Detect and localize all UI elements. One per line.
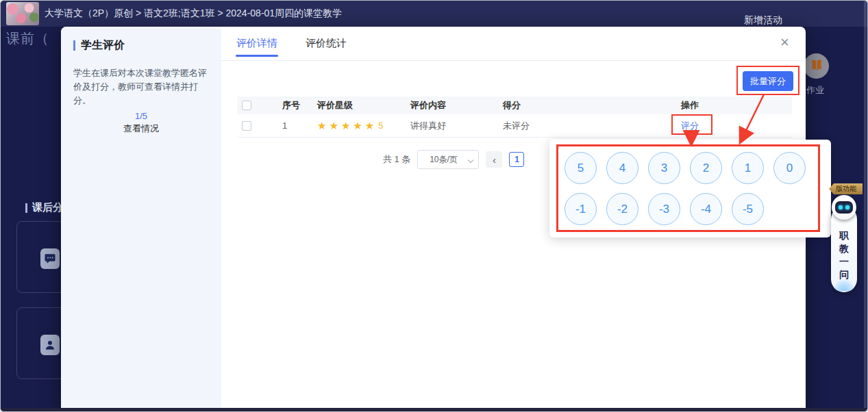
column-header-action: 操作: [658, 99, 792, 112]
tab-evaluation-statistics[interactable]: 评价统计: [306, 37, 347, 50]
table-row: 1 ★★★★★ 5 讲得真好 未评分 评分: [237, 114, 792, 138]
window-edge: [864, 1, 867, 411]
stage-label: 课前（: [6, 29, 49, 48]
assistant-label: 职教一问: [831, 229, 857, 281]
score-selection-popup: 543210 -1-2-3-4-5: [549, 140, 831, 237]
row-checkbox[interactable]: [242, 121, 251, 131]
score-option-button[interactable]: -4: [690, 193, 722, 225]
evaluation-table: 序号 评价星级 评价内容 得分 操作 1 ★★★★★ 5 讲得真好 未评分 评分: [237, 96, 792, 138]
active-tab-underline: [236, 55, 278, 57]
new-feature-ribbon: 版功能: [829, 183, 863, 194]
row-index: 1: [271, 120, 309, 131]
select-all-checkbox[interactable]: [242, 101, 251, 110]
score-option-button[interactable]: 1: [732, 152, 764, 184]
column-header-index: 序号: [271, 99, 309, 112]
robot-icon: [832, 195, 856, 220]
panel-description: 学生在课后对本次课堂教学匿名评价及打分，教师可查看详情并打分。: [73, 66, 213, 107]
tab-evaluation-detail[interactable]: 评价详情: [236, 37, 277, 50]
discussion-icon: [40, 248, 60, 269]
course-cover-thumbnail: [6, 2, 39, 25]
window-bottom-edge: [1, 408, 867, 411]
score-option-button[interactable]: -3: [648, 193, 680, 225]
score-option-button[interactable]: 3: [648, 152, 680, 184]
progress-count: 1/5: [61, 111, 221, 121]
modal-sidebar: 学生评价 学生在课后对本次课堂教学匿名评价及打分，教师可查看详情并打分。 1/5…: [61, 27, 221, 412]
column-header-stars: 评价星级: [309, 99, 398, 112]
row-content: 讲得真好: [398, 120, 491, 132]
wave-decoration-icon: [833, 280, 855, 291]
row-score: 未评分: [491, 120, 658, 132]
view-status-link[interactable]: 查看情况: [61, 123, 221, 135]
score-option-button[interactable]: 2: [690, 152, 722, 184]
page-number-button[interactable]: 1: [509, 152, 524, 167]
title-bar-icon: [73, 40, 75, 51]
score-option-button[interactable]: -2: [606, 193, 638, 225]
star-rating-value: 5: [378, 120, 383, 131]
score-option-button[interactable]: 0: [773, 152, 806, 184]
assistant-widget[interactable]: 职教一问: [831, 195, 857, 292]
total-count-label: 共 1 条: [383, 153, 410, 166]
column-header-content: 评价内容: [398, 99, 491, 112]
score-option-button[interactable]: 5: [565, 152, 597, 184]
chevron-down-icon: [468, 157, 473, 163]
app-window: 大学语文（2P）原创 > 语文2班;语文1班 > 2024-08-01周四的课堂…: [0, 0, 868, 412]
score-row-negative: -1-2-3-4-5: [565, 193, 818, 225]
book-icon: [810, 58, 823, 75]
page-size-select[interactable]: 10条/页: [417, 150, 479, 169]
close-icon[interactable]: ×: [780, 35, 789, 50]
score-action-link[interactable]: 评分: [681, 120, 699, 131]
score-option-button[interactable]: -5: [732, 193, 764, 225]
student-icon: [40, 335, 60, 355]
score-option-button[interactable]: 4: [606, 152, 638, 184]
pagination: 共 1 条 10条/页 ‹ 1: [383, 150, 524, 169]
previous-page-button[interactable]: ‹: [486, 151, 502, 168]
divider: [221, 60, 806, 61]
star-rating-icon: ★★★★★: [317, 120, 377, 131]
top-bar: 大学语文（2P）原创 > 语文2班;语文1班 > 2024-08-01周四的课堂…: [1, 1, 867, 27]
annotation-box-score-options: 543210 -1-2-3-4-5: [556, 144, 820, 232]
score-option-button[interactable]: -1: [565, 193, 597, 225]
homework-label: 作业: [806, 84, 824, 96]
table-header-row: 序号 评价星级 评价内容 得分 操作: [237, 96, 792, 114]
column-header-score: 得分: [491, 99, 658, 112]
homework-button[interactable]: [804, 53, 829, 79]
section-bar-icon: [25, 203, 27, 213]
after-class-section-label: 课后分: [25, 201, 63, 214]
score-row-positive: 543210: [565, 152, 818, 184]
panel-title: 学生评价: [73, 38, 125, 53]
breadcrumb: 大学语文（2P）原创 > 语文2班;语文1班 > 2024-08-01周四的课堂…: [45, 8, 342, 20]
new-activity-button[interactable]: 新增活动: [744, 14, 782, 27]
batch-score-button[interactable]: 批量评分: [743, 71, 793, 91]
